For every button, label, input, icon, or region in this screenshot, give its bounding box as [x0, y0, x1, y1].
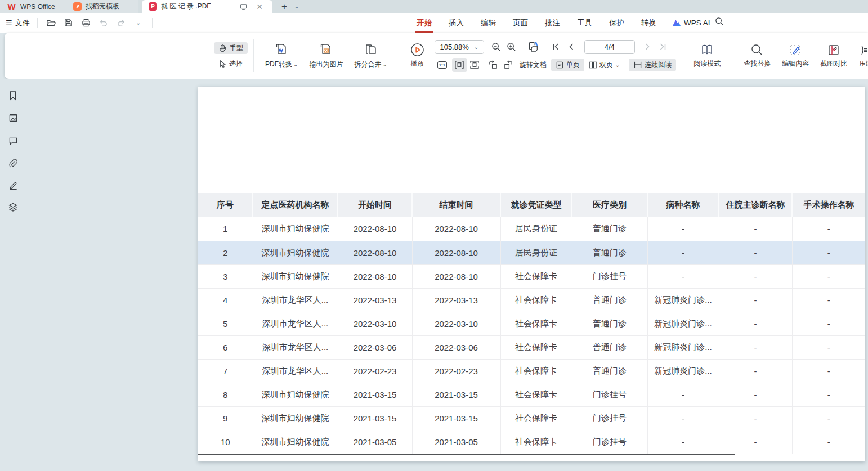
- undo-icon[interactable]: [97, 17, 110, 29]
- tab-insert[interactable]: 插入: [448, 18, 465, 28]
- screenshot-compare-button[interactable]: 截图对比: [815, 43, 853, 69]
- table-header-row: 序号定点医药机构名称开始时间结束时间就诊凭证类型医疗类别病种名称住院主诊断名称手…: [198, 193, 865, 217]
- reflow-page-icon: [527, 41, 539, 53]
- table-cell: 深圳市妇幼保健院: [253, 241, 338, 264]
- last-page-button[interactable]: [655, 40, 670, 54]
- first-page-button[interactable]: [549, 40, 564, 54]
- table-row: 3深圳市妇幼保健院2022-08-102022-08-10社会保障卡门诊挂号--…: [198, 264, 865, 288]
- table-header-cell: 就诊凭证类型: [500, 193, 572, 217]
- file-menu-button[interactable]: ☰ 文件: [6, 18, 30, 28]
- table-cell: 9: [198, 406, 253, 430]
- table-cell: -: [719, 406, 792, 430]
- save-icon[interactable]: [62, 17, 75, 29]
- tab-docer-label: 找稻壳模板: [86, 2, 119, 11]
- layers-panel-icon[interactable]: [7, 201, 19, 213]
- tab-edit[interactable]: 编辑: [480, 18, 497, 28]
- ribbon-toolbar: 手型 选择 PDF转换⌄ 输出为图片 拆分合并⌄ 播放 105.88% ⌄: [5, 33, 868, 79]
- close-icon[interactable]: ✕: [253, 2, 266, 11]
- compress-icon: [858, 43, 868, 57]
- page-indicator-input[interactable]: 4/4: [584, 40, 635, 54]
- pdf-page[interactable]: 序号定点医药机构名称开始时间结束时间就诊凭证类型医疗类别病种名称住院主诊断名称手…: [198, 87, 865, 461]
- tab-convert[interactable]: 转换: [640, 18, 657, 28]
- rotate-left-button[interactable]: [486, 58, 501, 72]
- next-page-button[interactable]: [640, 40, 655, 54]
- attachment-panel-icon[interactable]: [7, 158, 19, 169]
- zoom-level-select[interactable]: 105.88% ⌄: [435, 40, 484, 54]
- select-tool-button[interactable]: 选择: [214, 58, 248, 70]
- redo-icon[interactable]: [115, 17, 127, 29]
- chevron-down-icon: ⌄: [382, 61, 387, 68]
- table-row: 8深圳市妇幼保健院2021-03-152021-03-15社会保障卡门诊挂号--…: [198, 383, 865, 406]
- table-cell: 居民身份证: [500, 217, 572, 241]
- compress-button[interactable]: 压缩: [853, 43, 868, 69]
- tab-home[interactable]: 开始: [415, 18, 433, 28]
- table-cell: 深圳市妇幼保健院: [253, 264, 338, 288]
- fit-width-button[interactable]: [452, 58, 467, 72]
- wps-logo-icon: W: [7, 2, 16, 11]
- edit-content-button[interactable]: 编辑内容: [776, 43, 815, 69]
- table-cell: -: [647, 430, 719, 454]
- wps-ai-logo-icon: [672, 19, 681, 26]
- rotate-right-icon: [503, 60, 513, 70]
- table-cell: 2022-08-10: [412, 241, 500, 264]
- chevron-down-icon: ⌄: [615, 62, 620, 68]
- table-cell: 2021-03-15: [338, 406, 412, 430]
- table-cell: -: [647, 264, 719, 288]
- export-image-button[interactable]: 输出为图片: [303, 43, 348, 69]
- select-tool-label: 选择: [229, 59, 243, 69]
- zoom-in-button[interactable]: [504, 40, 519, 54]
- table-cell: 10: [198, 430, 253, 454]
- single-page-button[interactable]: 单页: [551, 59, 584, 71]
- thumbnails-panel-icon[interactable]: [7, 112, 19, 123]
- tab-document-active[interactable]: P 就 医 记 录 .PDF ✕: [142, 0, 272, 13]
- tab-wps-home[interactable]: W WPS Office: [0, 0, 66, 13]
- table-cell: 普通门诊: [572, 335, 647, 359]
- pdf-convert-button[interactable]: PDF转换⌄: [259, 43, 303, 69]
- table-cell: 社会保障卡: [500, 335, 572, 359]
- quickbar-chevron-icon[interactable]: ⌄: [132, 17, 145, 29]
- new-tab-button[interactable]: +: [278, 0, 290, 13]
- prev-page-button[interactable]: [564, 40, 579, 54]
- table-header-cell: 手术操作名称: [792, 193, 865, 217]
- comment-panel-icon[interactable]: [7, 135, 19, 146]
- table-cell: -: [792, 241, 865, 264]
- actual-size-button[interactable]: 1:1: [435, 58, 450, 72]
- split-merge-button[interactable]: 拆分合并⌄: [348, 43, 392, 69]
- fit-page-button[interactable]: [467, 58, 482, 72]
- tab-tools[interactable]: 工具: [576, 18, 593, 28]
- reflow-page-button[interactable]: [526, 40, 541, 54]
- tab-docer-templates[interactable]: 找稻壳模板: [66, 0, 138, 13]
- monitor-icon[interactable]: [237, 3, 249, 10]
- tab-list-chevron-icon[interactable]: ⌄: [290, 0, 303, 13]
- rotate-doc-button[interactable]: 旋转文档: [520, 60, 547, 70]
- table-bottom-border: [198, 454, 735, 455]
- play-button[interactable]: 播放: [405, 43, 430, 69]
- ribbon-search-icon[interactable]: [715, 17, 724, 26]
- double-page-button[interactable]: 双页 ⌄: [584, 59, 624, 71]
- bookmark-panel-icon[interactable]: [7, 90, 19, 101]
- tab-comment[interactable]: 批注: [544, 18, 561, 28]
- table-cell: -: [719, 383, 792, 406]
- reading-mode-button[interactable]: 阅读模式: [688, 43, 726, 69]
- print-icon[interactable]: [80, 17, 92, 29]
- table-row: 6深圳市龙华区人...2022-03-062022-03-06社会保障卡普通门诊…: [198, 335, 865, 359]
- table-header-cell: 开始时间: [338, 193, 412, 217]
- continuous-read-button[interactable]: 连续阅读: [629, 59, 676, 71]
- divider: [253, 39, 254, 72]
- table-cell: 门诊挂号: [572, 264, 647, 288]
- open-folder-icon[interactable]: [45, 17, 57, 29]
- rotate-right-button[interactable]: [501, 58, 516, 72]
- table-cell: -: [647, 241, 719, 264]
- table-cell: 深圳市妇幼保健院: [253, 430, 338, 454]
- find-replace-button[interactable]: 查找替换: [738, 43, 776, 69]
- zoom-out-button[interactable]: [489, 40, 504, 54]
- hand-tool-button[interactable]: 手型: [214, 42, 248, 54]
- signature-panel-icon[interactable]: [7, 180, 19, 191]
- table-cell: 2022-03-10: [412, 312, 500, 335]
- tab-protect[interactable]: 保护: [608, 18, 625, 28]
- table-cell: 7: [198, 359, 253, 383]
- table-cell: 2022-03-06: [338, 335, 412, 359]
- table-cell: 2022-03-13: [338, 288, 412, 312]
- wps-ai-button[interactable]: WPS AI: [672, 19, 710, 27]
- tab-page[interactable]: 页面: [512, 18, 529, 28]
